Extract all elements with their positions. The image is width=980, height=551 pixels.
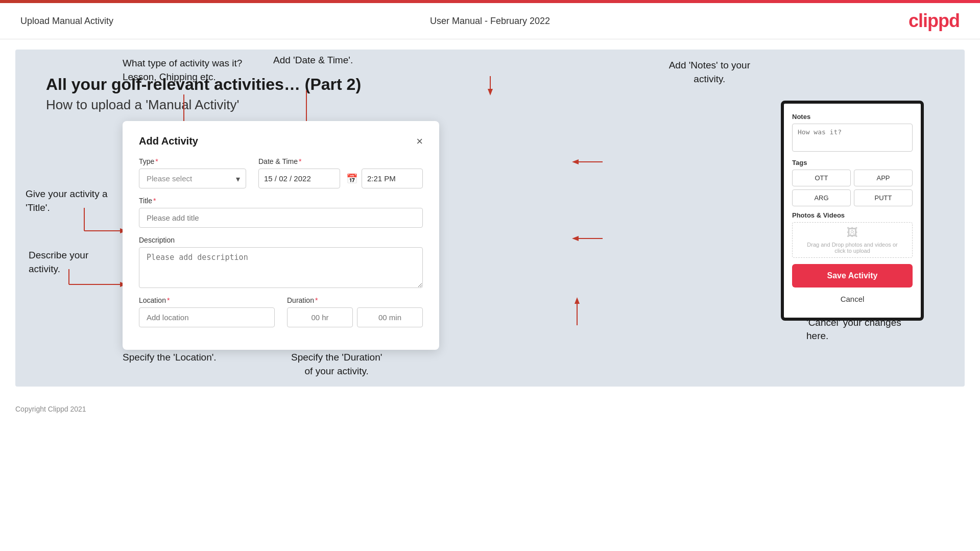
- tag-app[interactable]: APP: [854, 170, 913, 186]
- annotation-activity-type: What type of activity was it? Lesson, Ch…: [123, 57, 242, 84]
- type-label: Type*: [139, 157, 246, 165]
- svg-marker-17: [572, 159, 579, 164]
- annotation-date-time: Add 'Date & Time'.: [273, 54, 353, 67]
- form-row-description: Description: [139, 236, 423, 288]
- calendar-icon[interactable]: 📅: [346, 173, 357, 184]
- cancel-link[interactable]: Cancel: [792, 293, 913, 305]
- form-group-location: Location*: [139, 296, 275, 327]
- location-label: Location*: [139, 296, 275, 304]
- form-row-location-duration: Location* Duration*: [139, 296, 423, 327]
- main-content: All your golf-relevant activities… (Part…: [15, 50, 965, 387]
- upload-area[interactable]: 🖼 Drag and Drop photos and videos or cli…: [792, 222, 913, 258]
- form-row-title: Title*: [139, 197, 423, 228]
- phone-panel: Notes Tags OTT APP ARG PUTT Photos & Vid…: [771, 101, 934, 321]
- location-input[interactable]: [139, 307, 275, 327]
- tags-grid: OTT APP ARG PUTT: [792, 170, 913, 206]
- datetime-label: Date & Time*: [258, 157, 423, 165]
- annotation-title: Give your activity a 'Title'.: [26, 187, 108, 214]
- duration-row: [287, 307, 423, 327]
- notes-section-label: Notes: [792, 113, 913, 121]
- form-group-duration: Duration*: [287, 296, 423, 327]
- description-textarea[interactable]: [139, 247, 423, 288]
- description-label: Description: [139, 236, 423, 244]
- tags-section-label: Tags: [792, 159, 913, 166]
- date-time-row: 📅: [258, 169, 423, 188]
- form-group-datetime: Date & Time* 📅: [258, 157, 423, 188]
- annotation-location: Specify the 'Location'.: [123, 351, 217, 365]
- modal-header: Add Activity ×: [139, 135, 423, 147]
- notes-textarea[interactable]: [792, 124, 913, 152]
- modal-close-button[interactable]: ×: [416, 136, 423, 147]
- copyright: Copyright Clippd 2021: [0, 397, 980, 421]
- type-select-wrapper: Please select: [139, 169, 246, 188]
- add-activity-modal: Add Activity × Type* Please select Date …: [123, 121, 439, 350]
- form-group-description: Description: [139, 236, 423, 288]
- tag-arg[interactable]: ARG: [792, 189, 851, 206]
- annotation-describe: Describe your activity.: [29, 249, 88, 276]
- type-select[interactable]: Please select: [139, 169, 246, 188]
- logo: clippd: [909, 10, 960, 32]
- tag-ott[interactable]: OTT: [792, 170, 851, 186]
- photos-section-label: Photos & Videos: [792, 211, 913, 219]
- doc-title: User Manual - February 2022: [430, 16, 550, 27]
- upload-text: Drag and Drop photos and videos or click…: [807, 242, 897, 254]
- tag-putt[interactable]: PUTT: [854, 189, 913, 206]
- form-group-type: Type* Please select: [139, 157, 246, 188]
- form-row-type-datetime: Type* Please select Date & Time* 📅: [139, 157, 423, 188]
- time-input[interactable]: [362, 169, 423, 188]
- svg-marker-19: [572, 236, 579, 241]
- title-input[interactable]: [139, 208, 423, 228]
- phone-screen: Notes Tags OTT APP ARG PUTT Photos & Vid…: [781, 101, 924, 321]
- modal-title: Add Activity: [139, 135, 198, 147]
- annotation-duration: Specify the 'Duration' of your activity.: [291, 351, 382, 378]
- duration-hr-input[interactable]: [287, 307, 353, 327]
- svg-marker-21: [575, 297, 580, 304]
- duration-label: Duration*: [287, 296, 423, 304]
- annotation-notes: Add 'Notes' to your activity.: [669, 59, 750, 86]
- save-activity-button[interactable]: Save Activity: [792, 264, 913, 288]
- title-label: Title*: [139, 197, 423, 205]
- page-title: Upload Manual Activity: [20, 16, 113, 27]
- date-input[interactable]: [258, 169, 340, 188]
- top-bar: Upload Manual Activity User Manual - Feb…: [0, 3, 980, 39]
- duration-min-input[interactable]: [357, 307, 423, 327]
- form-group-title: Title*: [139, 197, 423, 228]
- upload-icon: 🖼: [847, 226, 858, 239]
